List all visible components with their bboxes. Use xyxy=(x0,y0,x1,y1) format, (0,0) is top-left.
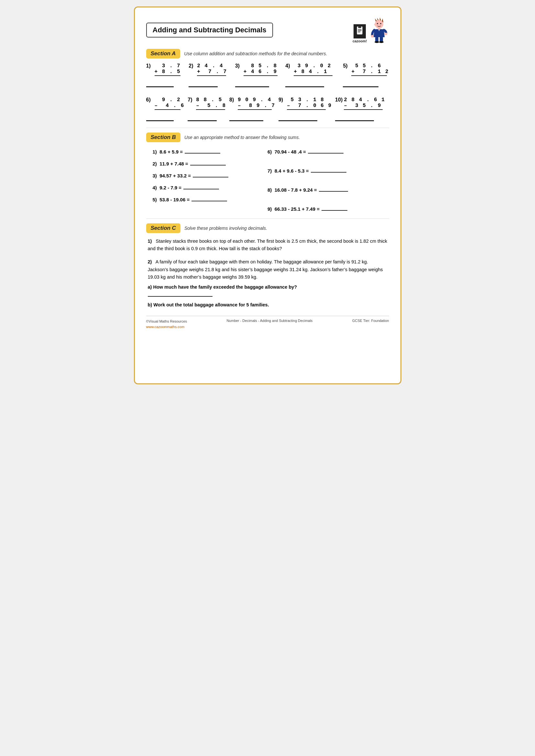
section-b-right: 6) 70.94 - 48 .4 = 7) 8.4 + 9.6 - 5.3 = … xyxy=(268,147,383,214)
cazoom-icon xyxy=(353,24,366,39)
problem-9: 9) 5 3 . 1 8 – 7 . 0 6 9 xyxy=(278,97,332,121)
problem-7: 7) 8 8 . 5 – 5 . 8 xyxy=(187,97,226,121)
svg-point-10 xyxy=(377,23,378,24)
answer-line-a xyxy=(148,296,212,297)
problem-1: 1) 3 . 7 + 8 . 5 xyxy=(146,63,181,87)
sb-item-2: 2) 11.9 + 7.48 = xyxy=(153,159,268,169)
footer-website[interactable]: www.cazoommaths.com xyxy=(146,325,185,329)
cazoom-logo: cazoom! xyxy=(352,24,367,43)
sb-item-5: 5) 53.8 - 19.06 = xyxy=(153,195,268,204)
sb-item-4: 4) 9.2 - 7.9 = xyxy=(153,183,268,193)
sb-item-7: 7) 8.4 + 9.6 - 5.3 = xyxy=(268,166,383,176)
svg-point-20 xyxy=(379,41,383,43)
sb-item-9: 9) 66.33 - 25.1 + 7.49 = xyxy=(268,204,383,214)
footer-left: ©Visual Maths Resources www.cazoommaths.… xyxy=(146,319,187,329)
svg-rect-4 xyxy=(358,32,361,32)
problem-8: 8) 9 0 9 . 4 – 8 9 . 7 xyxy=(229,97,275,121)
section-c-label: Section C xyxy=(146,223,181,233)
section-a-header: Section A Use column addition and subtra… xyxy=(146,49,389,59)
problem-10: 10) 2 8 4 . 6 1 – 3 5 . 9 xyxy=(335,97,389,121)
problem-2: 2) 2 4 . 4 + 7 . 7 xyxy=(188,63,227,87)
page-title: Adding and Subtracting Decimals xyxy=(153,26,267,34)
section-a-row2: 6) 9 . 2 – 4 . 6 7) 8 8 . 5 – 5 . 8 xyxy=(146,97,389,121)
problem-4: 4) 3 9 . 0 2 + 8 4 . 1 xyxy=(285,63,335,87)
section-a-instruction: Use column addition and subtraction meth… xyxy=(184,51,327,56)
sub-part-a: a) How much have the family exceeded the… xyxy=(148,284,387,291)
svg-point-11 xyxy=(380,23,381,24)
footer-copyright: ©Visual Maths Resources xyxy=(146,319,187,324)
sb-item-3: 3) 94.57 + 33.2 = xyxy=(153,171,268,181)
svg-point-12 xyxy=(374,24,376,26)
svg-rect-1 xyxy=(358,26,361,28)
word-problem-1: 1) Stanley stacks three books on top of … xyxy=(148,237,387,253)
section-b-instruction: Use an appropriate method to answer the … xyxy=(184,135,300,140)
mascot xyxy=(369,17,389,43)
worksheet-page: Adding and Subtracting Decimals cazoom! xyxy=(134,7,401,384)
header-right: cazoom! xyxy=(352,17,389,43)
problem-3: 3) 8 5 . 8 + 4 6 . 9 xyxy=(235,63,277,87)
sb-item-1: 1) 8.6 + 5.9 = xyxy=(153,147,268,157)
section-b-label: Section B xyxy=(146,132,181,142)
footer-center: Number - Decimals - Adding and Subtracti… xyxy=(226,319,312,323)
footer: ©Visual Maths Resources www.cazoommaths.… xyxy=(146,316,389,329)
problem-6: 6) 9 . 2 – 4 . 6 xyxy=(146,97,185,121)
sub-part-b: b) Work out the total baggage allowance … xyxy=(148,301,387,309)
sb-item-6: 6) 70.94 - 48 .4 = xyxy=(268,147,383,157)
section-b-header: Section B Use an appropriate method to a… xyxy=(146,132,389,142)
word-problem-2: 2) A family of four each take baggage wi… xyxy=(148,258,387,309)
svg-point-16 xyxy=(384,33,387,35)
title-box: Adding and Subtracting Decimals xyxy=(146,23,273,38)
svg-point-9 xyxy=(375,20,383,28)
svg-rect-3 xyxy=(358,30,362,31)
section-a-row1: 1) 3 . 7 + 8 . 5 2) 2 4 . 4 + 7 . 7 xyxy=(146,63,389,87)
svg-rect-2 xyxy=(358,29,362,30)
section-c-content: 1) Stanley stacks three books on top of … xyxy=(146,237,389,309)
sb-item-8: 8) 16.08 - 7.8 + 9.24 = xyxy=(268,185,383,195)
section-a-label: Section A xyxy=(146,49,181,59)
header: Adding and Subtracting Decimals cazoom! xyxy=(146,17,389,43)
footer-right: GCSE Tier: Foundation xyxy=(352,319,389,323)
svg-point-19 xyxy=(375,41,379,43)
section-b-left: 1) 8.6 + 5.9 = 2) 11.9 + 7.48 = 3) 94.57… xyxy=(153,147,268,214)
svg-point-15 xyxy=(371,35,374,38)
cazoom-text: cazoom! xyxy=(352,39,367,43)
problem-5: 5) 5 5 . 6 + 7 . 1 2 xyxy=(343,63,389,87)
section-c-instruction: Solve these problems involving decimals. xyxy=(184,226,267,231)
section-c-header: Section C Solve these problems involving… xyxy=(146,223,389,233)
section-b-grid: 1) 8.6 + 5.9 = 2) 11.9 + 7.48 = 3) 94.57… xyxy=(146,147,389,214)
